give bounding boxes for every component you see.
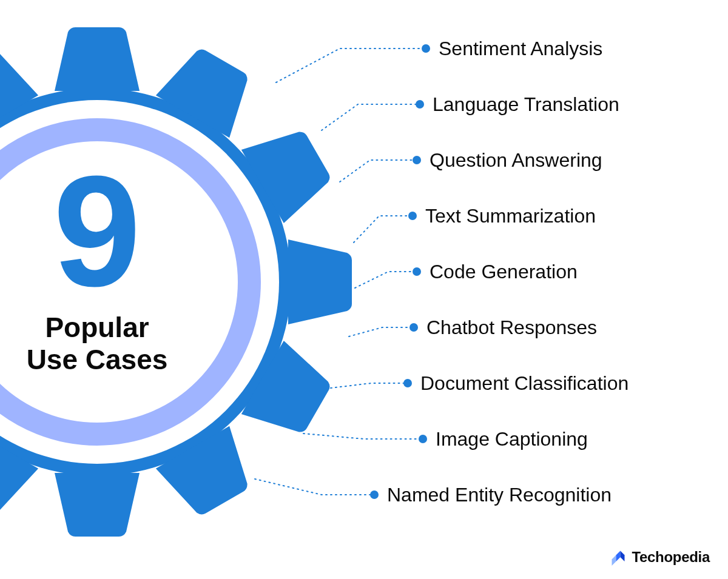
- bullet-icon: [419, 435, 427, 443]
- list-item: Named Entity Recognition: [370, 484, 629, 505]
- hub-subtitle-1: Popular: [45, 312, 149, 344]
- bullet-icon: [408, 212, 417, 220]
- hub-subtitle-2: Use Cases: [27, 344, 168, 376]
- list-item: Question Answering: [413, 150, 629, 170]
- bullet-icon: [422, 44, 430, 53]
- bullet-icon: [416, 100, 424, 109]
- list-item-label: Code Generation: [430, 261, 578, 283]
- brand-footer: Techopedia: [610, 549, 710, 566]
- list-item: Code Generation: [413, 261, 629, 282]
- list-item: Image Captioning: [419, 429, 629, 449]
- list-item-label: Chatbot Responses: [426, 316, 597, 339]
- list-item-label: Question Answering: [430, 149, 602, 172]
- list-item: Document Classification: [403, 373, 629, 393]
- brand-name: Techopedia: [632, 549, 710, 566]
- list-item-label: Sentiment Analysis: [439, 38, 602, 60]
- list-item: Text Summarization: [408, 206, 629, 226]
- list-item-label: Language Translation: [433, 93, 619, 116]
- list-item: Language Translation: [416, 94, 629, 115]
- list-item-label: Text Summarization: [425, 205, 596, 227]
- bullet-icon: [410, 323, 418, 332]
- gear-hub: 9 Popular Use Cases: [0, 27, 352, 537]
- brand-logo-icon: [610, 549, 627, 566]
- bullet-icon: [413, 156, 421, 164]
- bullet-icon: [413, 267, 421, 276]
- bullet-icon: [403, 379, 412, 387]
- bullet-icon: [370, 490, 379, 499]
- list-item-label: Document Classification: [420, 372, 629, 395]
- list-item: Chatbot Responses: [410, 317, 629, 338]
- list-item-label: Named Entity Recognition: [387, 484, 612, 506]
- inner-ring: 9 Popular Use Cases: [0, 100, 279, 464]
- list-item: Sentiment Analysis: [422, 38, 629, 59]
- list-item-label: Image Captioning: [436, 428, 588, 450]
- hub-text: 9 Popular Use Cases: [0, 100, 279, 464]
- use-case-list: Sentiment Analysis Language Translation …: [403, 38, 629, 540]
- diagram-stage: 9 Popular Use Cases Sentiment Analysis: [0, 0, 728, 579]
- hub-number: 9: [53, 164, 141, 298]
